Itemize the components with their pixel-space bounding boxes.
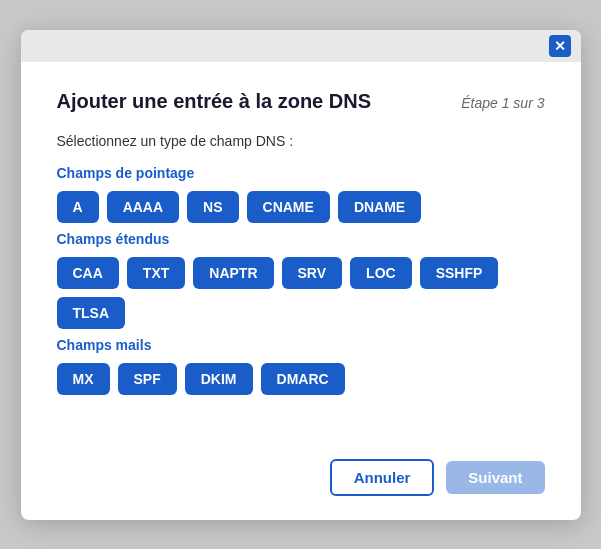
dns-btn-srv[interactable]: SRV (282, 257, 343, 289)
dns-btn-dmarc[interactable]: DMARC (261, 363, 345, 395)
dns-btn-naptr[interactable]: NAPTR (193, 257, 273, 289)
modal-footer: Annuler Suivant (21, 443, 581, 520)
group-mail-buttons: MX SPF DKIM DMARC (57, 363, 545, 395)
dns-btn-loc[interactable]: LOC (350, 257, 412, 289)
step-indicator: Étape 1 sur 3 (461, 95, 544, 111)
modal-title: Ajouter une entrée à la zone DNS (57, 90, 372, 113)
modal-body: Ajouter une entrée à la zone DNS Étape 1… (21, 62, 581, 443)
dns-btn-tlsa[interactable]: TLSA (57, 297, 126, 329)
section-label: Sélectionnez un type de champ DNS : (57, 133, 545, 149)
dns-btn-caa[interactable]: CAA (57, 257, 119, 289)
group-mail: Champs mails MX SPF DKIM DMARC (57, 337, 545, 395)
dns-btn-sshfp[interactable]: SSHFP (420, 257, 499, 289)
dns-btn-ns[interactable]: NS (187, 191, 238, 223)
group-pointing: Champs de pointage A AAAA NS CNAME DNAME (57, 165, 545, 223)
dns-btn-aaaa[interactable]: AAAA (107, 191, 179, 223)
group-extended: Champs étendus CAA TXT NAPTR SRV LOC SSH… (57, 231, 545, 329)
modal-dialog: ✕ Ajouter une entrée à la zone DNS Étape… (21, 30, 581, 520)
group-pointing-buttons: A AAAA NS CNAME DNAME (57, 191, 545, 223)
cancel-button[interactable]: Annuler (330, 459, 435, 496)
group-extended-label: Champs étendus (57, 231, 545, 247)
dns-btn-spf[interactable]: SPF (118, 363, 177, 395)
dns-btn-mx[interactable]: MX (57, 363, 110, 395)
dns-btn-a[interactable]: A (57, 191, 99, 223)
modal-overlay: ✕ Ajouter une entrée à la zone DNS Étape… (0, 0, 601, 549)
dns-btn-dname[interactable]: DNAME (338, 191, 421, 223)
group-pointing-label: Champs de pointage (57, 165, 545, 181)
group-extended-buttons: CAA TXT NAPTR SRV LOC SSHFP TLSA (57, 257, 545, 329)
close-button[interactable]: ✕ (549, 35, 571, 57)
modal-header-bar: ✕ (21, 30, 581, 62)
modal-title-row: Ajouter une entrée à la zone DNS Étape 1… (57, 90, 545, 113)
next-button[interactable]: Suivant (446, 461, 544, 494)
group-mail-label: Champs mails (57, 337, 545, 353)
dns-btn-txt[interactable]: TXT (127, 257, 185, 289)
close-icon: ✕ (554, 38, 566, 54)
dns-btn-cname[interactable]: CNAME (247, 191, 330, 223)
dns-btn-dkim[interactable]: DKIM (185, 363, 253, 395)
